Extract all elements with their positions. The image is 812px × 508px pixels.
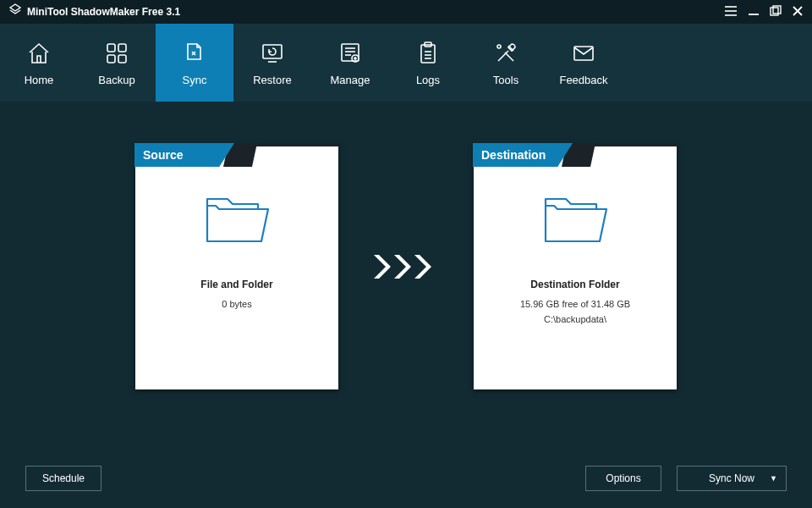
options-button[interactable]: Options (585, 466, 661, 491)
titlebar: MiniTool ShadowMaker Free 3.1 (0, 0, 812, 24)
nav-label: Manage (331, 74, 370, 86)
svg-rect-25 (574, 47, 593, 60)
folder-icon (540, 190, 610, 253)
bottom-bar: Schedule Options Sync Now ▼ (25, 466, 787, 491)
nav-label: Home (25, 74, 54, 86)
maximize-icon[interactable] (770, 5, 782, 19)
button-label: Schedule (42, 472, 85, 484)
titlebar-left: MiniTool ShadowMaker Free 3.1 (8, 3, 180, 20)
nav-feedback[interactable]: Feedback (545, 24, 623, 102)
svg-rect-10 (107, 55, 115, 63)
source-caption: File and Folder (200, 279, 272, 290)
sync-icon (182, 40, 207, 67)
window-controls (724, 5, 804, 19)
folder-icon (202, 190, 272, 253)
svg-rect-11 (118, 55, 126, 63)
close-icon[interactable] (792, 5, 804, 19)
nav-label: Backup (98, 74, 134, 86)
app-logo-icon (8, 3, 22, 20)
main-navbar: Home Backup Sync Restore Manage Logs T (0, 24, 812, 102)
button-label: Sync Now (709, 472, 754, 484)
svg-rect-9 (118, 44, 126, 52)
nav-logs[interactable]: Logs (389, 24, 467, 102)
destination-body: Destination Folder 15.96 GB free of 31.4… (474, 144, 677, 324)
minimize-icon[interactable] (748, 5, 760, 19)
nav-backup[interactable]: Backup (78, 24, 156, 102)
nav-label: Logs (416, 74, 440, 86)
destination-caption: Destination Folder (530, 279, 619, 290)
source-card[interactable]: Source File and Folder 0 bytes (135, 144, 338, 389)
manage-icon (337, 40, 363, 67)
logs-icon (415, 40, 441, 67)
home-icon (26, 40, 52, 67)
nav-label: Feedback (559, 74, 607, 86)
nav-label: Restore (253, 74, 292, 86)
svg-point-24 (497, 45, 501, 48)
destination-path: C:\backupdata\ (544, 314, 606, 324)
restore-icon (260, 40, 285, 67)
destination-card[interactable]: Destination Destination Folder 15.96 GB … (474, 144, 677, 389)
svg-rect-8 (107, 44, 115, 52)
tools-icon (493, 40, 518, 67)
svg-rect-19 (421, 45, 435, 63)
chevron-down-icon: ▼ (770, 474, 777, 483)
source-body: File and Folder 0 bytes (135, 144, 338, 309)
nav-label: Sync (183, 74, 207, 86)
main-area: Source File and Folder 0 bytes Destinati… (0, 102, 812, 449)
nav-sync[interactable]: Sync (156, 24, 233, 102)
app-title: MiniTool ShadowMaker Free 3.1 (27, 6, 180, 18)
menu-icon[interactable] (724, 5, 738, 19)
feedback-icon (571, 40, 596, 67)
sync-arrows-icon (372, 250, 440, 284)
sync-now-button[interactable]: Sync Now ▼ (677, 466, 787, 491)
nav-manage[interactable]: Manage (311, 24, 389, 102)
source-size: 0 bytes (222, 299, 251, 309)
nav-restore[interactable]: Restore (233, 24, 311, 102)
svg-rect-12 (263, 45, 282, 58)
destination-space: 15.96 GB free of 31.48 GB (520, 299, 630, 309)
backup-icon (104, 40, 129, 67)
nav-label: Tools (493, 74, 518, 86)
destination-header: Destination (473, 143, 573, 167)
source-header: Source (134, 143, 234, 167)
nav-tools[interactable]: Tools (467, 24, 545, 102)
button-label: Options (606, 472, 640, 484)
nav-home[interactable]: Home (0, 24, 78, 102)
schedule-button[interactable]: Schedule (25, 466, 102, 491)
